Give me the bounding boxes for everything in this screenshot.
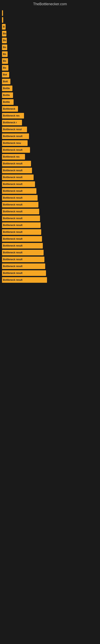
bar-label: Bo [3,32,6,35]
bar-item: Bottleneck result [2,195,38,201]
bar-row: Bottleneck result [2,277,98,283]
bar-row: Bottleneck result [2,209,98,214]
bar-item: Bottleneck result [2,256,44,262]
bar-item: Bottleneck result [2,250,44,256]
bar-item: Bottleneck result [2,270,46,276]
bar-row: Bo [2,31,98,36]
bar-label: Bo [3,46,6,49]
bar-row: Bottleneck result [2,250,98,256]
bar-item: Bottleneck result [2,147,30,153]
bar-row: Bottle [2,86,98,91]
bar-row: Bottleneck res [2,113,98,118]
bar-row: Bo [2,58,98,64]
bar-label: Bottleneck result [3,162,22,165]
bar-row: Bottleneck result [2,134,98,139]
bar-item: Bottle [2,99,14,105]
bar-label: Bo [3,39,6,42]
bar-item: Bottleneck result [2,216,40,221]
site-header: TheBottlenecker.com [0,0,100,7]
bar-row: Bo [2,44,98,50]
bar-item [2,10,3,16]
bar-row: Bo [2,51,98,57]
bar-label: Bo [3,53,6,56]
bar-item: Bottleneck res [2,154,25,160]
bar-row: Bot [2,72,98,78]
bar-item: Bo [2,31,6,36]
bar-row: Bottleneck result [2,229,98,235]
bar-item: Bottleneck result [2,188,36,194]
bar-item: Bottleneck r [2,120,22,126]
bar-row: Bottleneck result [2,188,98,194]
bar-label: Bo [3,60,6,62]
bar-label: Bottle [3,87,10,90]
bar-row: Bottleneck r [2,120,98,126]
bar-item: Bottleneck result [2,236,42,242]
bar-item: Bottleneck result [2,181,35,187]
bar-row: Bottleneck resu [2,140,98,146]
bar-item: B [2,24,6,30]
bar-label: Bottleneck result [3,238,22,240]
bar-label: Bottleneck result [3,210,22,213]
bar-item: Bottleneck result [2,174,34,180]
bar-item: Bottleneck result [2,209,39,214]
bar-label: Bottleneck result [3,176,22,179]
bars-container: BBoBoBoBoBoBoBotBottBottleBottleBottleBo… [0,7,100,286]
bar-item: Bottleneck result [2,168,32,173]
bar-label: Bottleneck res [3,114,20,117]
bar-row: Bottleneck result [2,168,98,173]
bar-row: Bottleneck resul [2,126,98,132]
bar-label: Bottleneck result [3,190,22,192]
bar-label: Bott [3,80,8,83]
bar-row: Bott [2,79,98,84]
bar-item: Bo [2,51,8,57]
bar-item: Bottle [2,86,12,91]
bar-item: Bo [2,38,7,43]
bar-label: Bottleneck result [3,183,22,186]
bar-row [2,17,98,23]
bar-row: B [2,24,98,30]
bar-label: Bottleneck resul [3,128,22,131]
bar-label: Bottle [3,94,10,96]
bar-row: Bottleneck result [2,264,98,269]
bar-row: Bottleneck result [2,222,98,228]
bar-item: Bottleneck result [2,277,47,283]
bar-item: Bottleneck result [2,264,45,269]
bar-item: Bottleneck result [2,229,41,235]
bar-label: Bottleneck res [3,155,20,158]
bar-row: Bottleneck result [2,256,98,262]
bar-row: Bottleneck result [2,216,98,221]
bar-label: B [3,25,5,28]
bar-label: Bottleneck result [3,169,22,172]
bar-row: Bottleneck result [2,174,98,180]
bar-label: Bottleneck result [3,278,22,281]
bar-label: Bottleneck result [3,203,22,206]
bar-row: Bo [2,65,98,71]
bar-row: Bottleneck result [2,202,98,208]
bar-item: Bottleneck resu [2,140,28,146]
bar-item: Bottleneck [2,106,18,112]
bar-row: Bottleneck [2,106,98,112]
bar-label: Bottleneck result [3,196,22,199]
bar-label: Bottleneck result [3,272,22,274]
bar-label: Bottleneck result [3,251,22,254]
bar-label: Bot [3,73,7,76]
bar-row: Bottleneck result [2,161,98,166]
bar-row: Bottle [2,92,98,98]
bar-row: Bo [2,38,98,43]
bar-row [2,10,98,16]
bar-row: Bottleneck result [2,195,98,201]
bar-row: Bottleneck result [2,181,98,187]
bar-item: Bottleneck res [2,113,24,118]
bar-item: Bottleneck result [2,222,41,228]
bar-item: Bottleneck resul [2,126,27,132]
bar-label: Bo [3,66,6,69]
bar-item: Bottleneck result [2,202,38,208]
bar-row: Bottleneck result [2,270,98,276]
bar-label: Bottleneck result [3,224,22,226]
bar-item: Bottleneck result [2,134,29,139]
bar-item: Bottle [2,92,13,98]
bar-label: Bottleneck result [3,148,22,151]
bar-row: Bottle [2,99,98,105]
bar-label: Bottleneck result [3,217,22,220]
bar-label: Bottleneck result [3,231,22,234]
